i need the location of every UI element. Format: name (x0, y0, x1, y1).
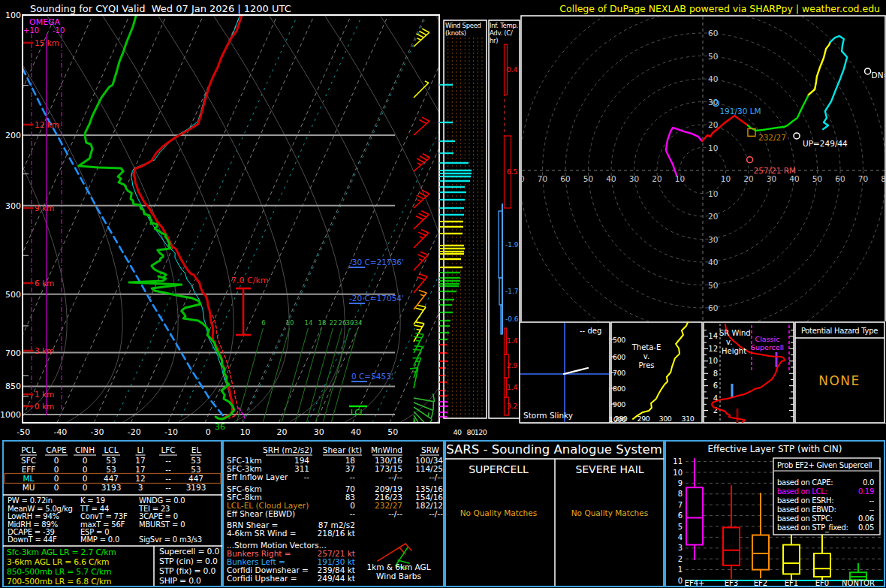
hodo-axis-label: 50 (812, 174, 822, 183)
wind-barb (414, 29, 429, 47)
parcel-header: LFC (161, 445, 175, 454)
moist-adiabat-line (213, 15, 345, 423)
shear-header: SRH (m2/s2) (263, 445, 312, 454)
sars-supercell-result: No Quality Matches (460, 508, 537, 517)
omega-minus-label: -10 (53, 26, 65, 35)
composite-index: STP (fix) = 0.0 (159, 566, 215, 576)
sars-hail-result: No Quality Matches (571, 508, 648, 517)
stp-legend-value: 0.0 (863, 478, 874, 487)
stp-ylabel: 0 (678, 577, 683, 585)
stp-ylabel: 5 (678, 523, 683, 531)
parcel-header: EL (191, 445, 201, 454)
stp-category-label: NONTOR (842, 579, 875, 587)
stp-legend-label: based on ESRH: (777, 496, 833, 505)
parcel-header: CINH (75, 445, 95, 454)
sr-wind-ylabel: 6 (713, 381, 718, 390)
hodo-marker-circle (865, 68, 871, 74)
stp-legend-title: Prob EF2+ Given Supercell (777, 461, 872, 469)
hodo-axis-label: 50 (708, 52, 718, 61)
parcel-value: 3193 (101, 483, 122, 492)
composite-index: SHIP = 0.0 (159, 576, 201, 586)
index-value: PW = 0.72in (8, 496, 53, 505)
parcel-value: 17 (135, 456, 145, 465)
height-label: 15 km (35, 38, 59, 47)
theta-e-title: Theta-E (631, 343, 661, 351)
temp-adv-box-neg (499, 278, 502, 305)
storm-motion-label: Corfidi Upshear = (227, 574, 297, 583)
shear-value: -- (303, 472, 309, 481)
stp-legend-label: based on STP_fixed: (777, 523, 848, 532)
temp-axis-label: -50 (17, 427, 30, 437)
stp-box (814, 553, 830, 577)
parcel-value: 0 (83, 456, 88, 465)
parcel-value: 447 (104, 474, 119, 483)
index-value: DownT = 44F (8, 535, 57, 544)
pressure-label: 200 (5, 131, 21, 140)
freezing-level-label: -20 C=17054' (349, 294, 404, 303)
hodo-marker-label: 257/21 RM (754, 166, 797, 175)
temp-adv-value: 6.5 (507, 168, 517, 176)
hodo-axis-label: 60 (835, 174, 845, 183)
temp-adv-value: -0.6 (505, 315, 519, 323)
hodo-axis-label: 40 (708, 258, 718, 267)
hodo-axis-label: 40 (606, 174, 616, 183)
stp-category-label: EF2 (754, 579, 767, 587)
kinematics-panel: SRH (m2/s2)Shear (kt)MnWindSRWSFC-1km194… (223, 441, 444, 586)
hodo-axis-label: 30 (767, 174, 776, 183)
stp-legend-value: -- (869, 496, 874, 505)
freezing-level-label: 0 C=5453' (351, 372, 393, 381)
hodo-axis-label: 40 (708, 74, 718, 83)
index-value: WNDG = 0.0 (139, 496, 185, 505)
height-label: 6 km (35, 279, 54, 288)
sars-title: SARS - Sounding Analogue System (446, 442, 662, 457)
stp-category-label: EF1 (785, 579, 798, 587)
stp-legend-label: based on LCL: (777, 487, 827, 496)
sr-wind-ylabel: 12 (708, 345, 718, 353)
parcel-header: CAPE (46, 445, 66, 454)
hodo-axis-label: 50 (708, 281, 718, 290)
theta-e-ylabel: 800 (613, 384, 625, 393)
parcel-value: 0 (83, 474, 88, 483)
srw46-label: 4-6km SR Wind = (227, 529, 297, 538)
temp-adv-value: -1.9 (505, 241, 519, 249)
parcel-value: 0 (83, 483, 88, 492)
sars-supercell-header: SUPERCELL (469, 463, 529, 475)
temp-axis-label: -30 (91, 427, 104, 437)
isotherm-line (279, 15, 462, 423)
parcel-header: LCL (104, 445, 118, 454)
parcel-value: 3 (138, 483, 143, 492)
hodo-marker-label: DN=239/84 (872, 71, 886, 80)
page-title: Sounding for CYQI Valid Wed 07 Jan 2026 … (30, 3, 291, 14)
sounding-composite-svg: Sounding for CYQI Valid Wed 07 Jan 2026 … (0, 0, 886, 588)
hodo-marker-label: 191/30 LM (719, 107, 761, 116)
hazard-value: NONE (818, 373, 860, 388)
height-label: 1 km (35, 390, 54, 399)
height-label: 12 km (35, 120, 59, 129)
storm-slinky-panel: -- degStorm Slinky (520, 322, 610, 423)
stp-box (752, 535, 769, 570)
wind-barb (414, 322, 424, 342)
hodo-axis-label: 10 (721, 174, 731, 183)
parcel-header: PCL (21, 445, 36, 454)
hodo-axis-label: 60 (708, 303, 718, 312)
stp-legend-label: based on EBWD: (777, 505, 836, 514)
lapse-rate-row: 3-6km AGL LR = 6.6 C/km (7, 557, 109, 567)
temp-adv-value: 1.4 (507, 337, 518, 345)
parcel-value: -- (165, 456, 171, 465)
composite-index: Supercell = 0.0 (159, 547, 219, 556)
temp-axis-label: 0 (206, 427, 211, 437)
temp-axis-label: 30 (314, 427, 324, 437)
stp-ylabel: 2 (678, 555, 683, 563)
temp-axis-label: -10 (164, 427, 178, 437)
hodo-axis-label: 10 (708, 189, 718, 198)
theta-e-ylabel: 600 (613, 353, 625, 361)
index-value: LowRH = 94% (8, 512, 59, 520)
inset-panels: -- degStorm Slinky5006007008009001000280… (520, 321, 886, 424)
wind-barb (410, 368, 418, 388)
hodo-marker-label: UP=249/44 (803, 139, 848, 148)
isotherm-line (20, 15, 203, 423)
parcel-value: 0 (54, 483, 59, 492)
stp-legend-value: 0.05 (858, 523, 874, 532)
classic-supercell-label2: Supercell (751, 343, 784, 351)
parcel-value: -- (165, 474, 171, 483)
